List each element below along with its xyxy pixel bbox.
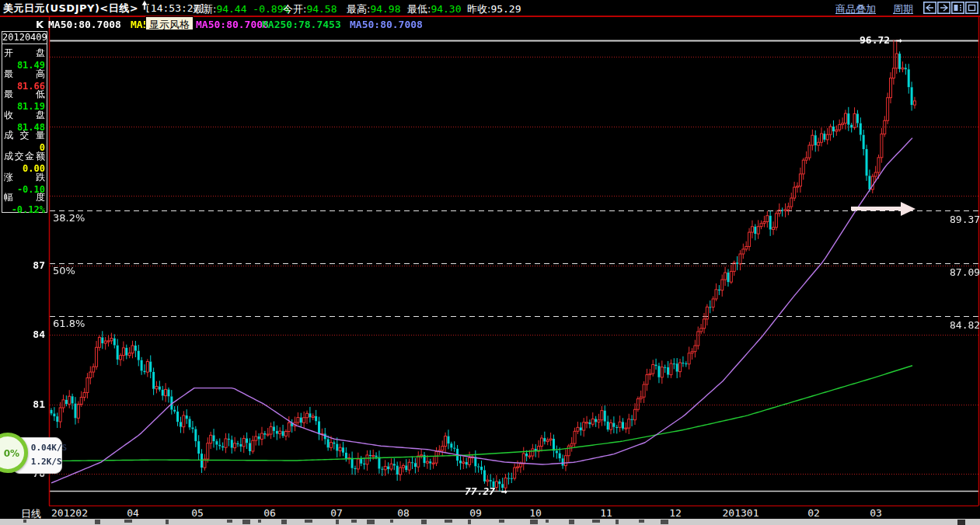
fib-percent-label: 61.8% (53, 318, 85, 329)
taskbar-fragment (305, 520, 312, 523)
field-label: 收盘 (4, 109, 45, 122)
taskbar-fragment (468, 520, 471, 524)
taskbar-fragment (95, 520, 100, 524)
style-tooltip: 显示风格 (145, 16, 194, 30)
x-axis-tick: 08 (397, 507, 410, 519)
ma-legend-item: MA50:80.7008 (350, 19, 423, 30)
y-axis-label: 84 (14, 329, 45, 340)
field-label: 幅度 (4, 191, 45, 204)
ohlc-field: 幅度-0.12% (4, 191, 45, 215)
ohlc-side-panel: 20120409 开盘81.49最高81.66最低81.19收盘81.48成交量… (2, 31, 47, 213)
trend-arrow-head (901, 202, 915, 216)
candlestick-chart[interactable] (0, 0, 980, 525)
time-axis: 日线 2012020405060708091011122013010203 (0, 506, 980, 519)
taskbar-fragment (367, 520, 375, 524)
speed-percent: 0% (4, 448, 19, 459)
taskbar-fragment (166, 520, 169, 524)
field-label: 成交金额 (4, 150, 45, 163)
taskbar-fragment (421, 520, 427, 524)
x-axis-tick: 11 (600, 507, 612, 519)
ma-legend-item: MA50:80.7008 (196, 19, 269, 30)
taskbar-fragment (336, 520, 339, 524)
x-axis-tick: 03 (870, 507, 882, 519)
field-label: 成交量 (4, 129, 45, 142)
maximize-icon[interactable] (965, 2, 978, 14)
arrow-right-icon[interactable] (937, 2, 950, 14)
quote-item: 最新:94.44 -0.89% (193, 2, 289, 16)
taskbar-fragment (258, 520, 261, 523)
trading-app-window: 美元日元(USDJPY)<日线> [14:53:27] 最新:94.44 -0.… (0, 0, 980, 525)
taskbar-fragment (445, 520, 452, 523)
taskbar-fragment (351, 520, 357, 523)
fib-percent-label: 50% (53, 265, 75, 276)
taskbar-fragment (23, 520, 26, 523)
x-axis-tick: 06 (263, 507, 276, 519)
fib-price-label: 87.09 (950, 266, 980, 278)
x-axis-tick: 12 (669, 507, 682, 519)
fib-percent-label: 38.2% (53, 212, 85, 224)
x-axis-tick: 201301 (723, 507, 759, 519)
arrow-left-icon[interactable] (923, 2, 936, 14)
fib-price-label: 89.37 (950, 214, 980, 225)
x-axis-tick: 07 (330, 507, 343, 519)
symbol-title: 美元日元(USDJPY)<日线> (3, 2, 138, 16)
quote-item: 最高:94.98 (347, 2, 401, 16)
x-axis-tick: 02 (807, 507, 820, 519)
taskbar-fragment (546, 520, 549, 523)
x-axis-tick: 09 (469, 507, 482, 519)
fib-low-annotation: 77.27 → (465, 485, 507, 497)
ma-legend-item: MA50:80.7008 (48, 19, 121, 30)
y-axis-label: 87 (14, 259, 45, 271)
toolbar-link[interactable]: 商品叠加 (835, 2, 876, 16)
ma-legend-item: MA250:78.7453 (262, 19, 341, 30)
field-label: 最低 (4, 88, 45, 101)
quote-item: 最低:94.30 (407, 2, 462, 16)
taskbar-fragment (499, 520, 504, 523)
taskbar-fragment (281, 520, 287, 524)
taskbar-fragment (530, 520, 538, 524)
fib-price-label: 84.82 (950, 319, 980, 331)
field-label: 涨跌 (4, 171, 45, 184)
taskbar-fragment (616, 520, 619, 524)
field-label: 开盘 (4, 47, 45, 60)
x-axis-tick: 201202 (51, 507, 88, 519)
toolbar-link[interactable]: 周期 (893, 2, 913, 16)
taskbar-sliver (0, 519, 980, 525)
taskbar-fragment (592, 520, 600, 523)
taskbar-fragment (242, 520, 250, 524)
selected-date: 20120409 (2, 31, 47, 44)
taskbar-fragment (661, 520, 668, 524)
taskbar-fragment (390, 520, 393, 523)
quote-item: 昨收:95.29 (467, 2, 521, 16)
x-axis-tick: 10 (529, 507, 542, 519)
trend-arrow-shaft (851, 207, 902, 210)
field-value: -0.12% (4, 204, 45, 215)
taskbar-fragment (957, 520, 965, 525)
taskbar-fragment (227, 520, 232, 523)
x-axis-tick: 05 (191, 507, 204, 519)
taskbar-fragment (124, 520, 132, 523)
k-line-flag: K (36, 19, 44, 30)
field-label: 最高 (4, 68, 45, 81)
quote-item: 今开:94.58 (283, 2, 337, 16)
x-axis-tick: 04 (127, 507, 139, 519)
fib-high-annotation: 96.72 → (860, 34, 902, 46)
taskbar-fragment (569, 520, 574, 524)
mouse-cursor-icon (141, 0, 148, 11)
y-axis-label: 81 (14, 398, 45, 410)
taskbar-fragment (639, 520, 644, 523)
split-window-icon[interactable] (951, 2, 964, 14)
